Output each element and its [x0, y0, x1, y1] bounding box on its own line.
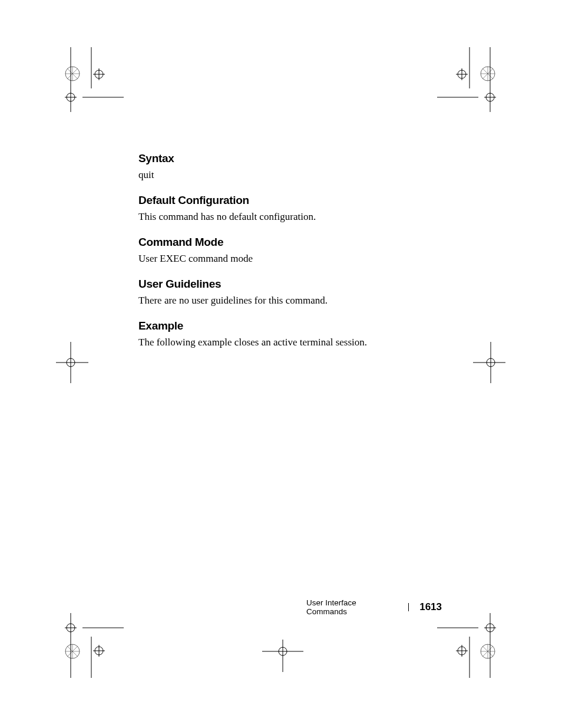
footer-page-number: 1613: [419, 601, 442, 613]
body-default-config: This command has no default configuratio…: [138, 210, 445, 224]
section-user-guidelines: User Guidelines There are no user guidel…: [138, 278, 445, 308]
section-syntax: Syntax quit: [138, 152, 445, 182]
page-footer: User Interface Commands 1613: [306, 598, 442, 616]
heading-example: Example: [138, 319, 445, 332]
body-syntax: quit: [138, 169, 445, 182]
heading-user-guidelines: User Guidelines: [138, 278, 445, 291]
registration-circle-bottom-left: [65, 644, 80, 659]
heading-syntax: Syntax: [138, 152, 445, 165]
registration-circle-bottom-right: [480, 644, 495, 659]
footer-title: User Interface Commands: [306, 598, 398, 616]
crop-mark-mid-right: [470, 342, 505, 383]
registration-circle-top-left: [65, 66, 80, 81]
page-content: Syntax quit Default Configuration This c…: [138, 152, 445, 361]
footer-divider: [408, 603, 409, 611]
crop-mark-mid-left: [56, 342, 91, 383]
section-example: Example The following example closes an …: [138, 319, 445, 350]
body-example: The following example closes an active t…: [138, 336, 445, 350]
crop-mark-bottom-center: [262, 637, 303, 672]
body-user-guidelines: There are no user guidelines for this co…: [138, 294, 445, 308]
heading-default-config: Default Configuration: [138, 194, 445, 207]
section-default-config: Default Configuration This command has n…: [138, 194, 445, 224]
registration-circle-top-right: [480, 66, 495, 81]
section-command-mode: Command Mode User EXEC command mode: [138, 236, 445, 266]
heading-command-mode: Command Mode: [138, 236, 445, 249]
body-command-mode: User EXEC command mode: [138, 252, 445, 266]
